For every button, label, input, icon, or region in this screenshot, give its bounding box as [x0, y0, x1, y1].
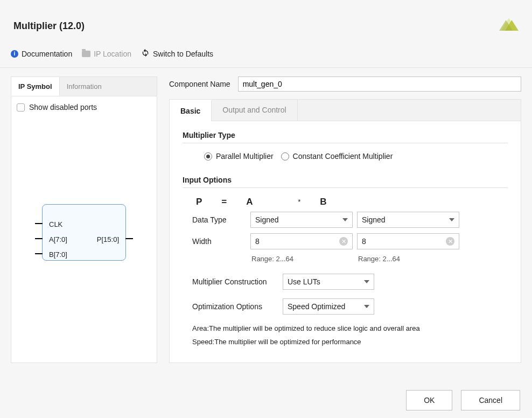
documentation-label: Documentation	[22, 50, 72, 58]
radio-parallel-multiplier[interactable]: Parallel Multiplier	[204, 152, 274, 161]
documentation-link[interactable]: i Documentation	[11, 50, 72, 58]
chevron-down-icon	[364, 280, 369, 283]
component-name-input[interactable]	[238, 76, 521, 92]
multiplier-construction-select[interactable]: Use LUTs	[283, 274, 374, 290]
width-a-value: 8	[255, 237, 260, 246]
multiplier-construction-value: Use LUTs	[288, 277, 320, 286]
clear-icon[interactable]: ✕	[446, 237, 454, 246]
note-speed: Speed:The multiplier will be optimized f…	[192, 336, 508, 349]
radio-constant-coefficient[interactable]: Constant Coefficient Multiplier	[281, 152, 393, 161]
clear-icon[interactable]: ✕	[339, 237, 348, 246]
optimization-options-value: Speed Optimized	[288, 302, 345, 311]
multiplier-construction-label: Multiplier Construction	[192, 277, 273, 286]
width-label: Width	[192, 237, 246, 246]
radio-constant-label: Constant Coefficient Multiplier	[293, 152, 393, 161]
data-type-a-select[interactable]: Signed	[250, 212, 353, 228]
width-b-input[interactable]: 8 ✕	[357, 233, 459, 249]
radio-icon	[281, 152, 289, 161]
data-type-b-select[interactable]: Signed	[357, 212, 459, 228]
optimization-options-label: Optimization Options	[192, 302, 273, 311]
show-disabled-ports-label: Show disabled ports	[29, 103, 97, 112]
tab-basic[interactable]: Basic	[170, 100, 212, 121]
optimization-options-select[interactable]: Speed Optimized	[283, 298, 374, 315]
left-panel: IP Symbol Information Show disabled port…	[11, 76, 157, 363]
equation: P = A * B	[196, 197, 508, 207]
data-type-a-value: Signed	[255, 215, 279, 224]
radio-icon	[204, 152, 212, 161]
checkbox-icon	[17, 103, 25, 112]
chevron-down-icon	[449, 218, 454, 221]
multiplier-type-title: Multiplier Type	[183, 131, 508, 140]
ok-button[interactable]: OK	[406, 390, 452, 410]
range-b-hint: Range: 2...64	[357, 255, 459, 263]
data-type-label: Data Type	[192, 215, 246, 224]
note-area: Area:The multiplier will be optimized to…	[192, 322, 508, 336]
switch-defaults-link[interactable]: Switch to Defaults	[141, 48, 213, 59]
ip-location-label: IP Location	[94, 50, 131, 58]
tab-ip-symbol[interactable]: IP Symbol	[11, 77, 60, 96]
chevron-down-icon	[342, 218, 348, 221]
data-type-b-value: Signed	[362, 215, 386, 224]
port-b: B[7:0]	[49, 250, 67, 259]
refresh-icon	[141, 48, 150, 59]
info-icon: i	[11, 50, 18, 58]
xilinx-logo-icon	[499, 16, 519, 36]
tab-information[interactable]: Information	[60, 77, 109, 96]
width-a-input[interactable]: 8 ✕	[250, 233, 353, 249]
folder-icon	[82, 51, 90, 57]
radio-parallel-label: Parallel Multiplier	[216, 152, 274, 161]
port-p: P[15:0]	[97, 235, 119, 243]
width-b-value: 8	[362, 237, 366, 246]
ip-symbol-diagram: CLK A[7:0] P[15:0] B[7:0]	[42, 204, 126, 261]
cancel-button[interactable]: Cancel	[461, 390, 520, 410]
input-options-title: Input Options	[183, 176, 508, 184]
switch-defaults-label: Switch to Defaults	[153, 50, 213, 58]
page-title: Multiplier (12.0)	[13, 20, 85, 32]
port-clk: CLK	[49, 220, 62, 228]
ip-location-link: IP Location	[82, 50, 131, 58]
chevron-down-icon	[364, 305, 369, 308]
component-name-label: Component Name	[169, 80, 230, 88]
show-disabled-ports-checkbox[interactable]: Show disabled ports	[17, 103, 151, 112]
tab-output-control[interactable]: Output and Control	[212, 100, 297, 121]
port-a: A[7:0]	[49, 235, 67, 243]
range-a-hint: Range: 2...64	[250, 255, 353, 263]
